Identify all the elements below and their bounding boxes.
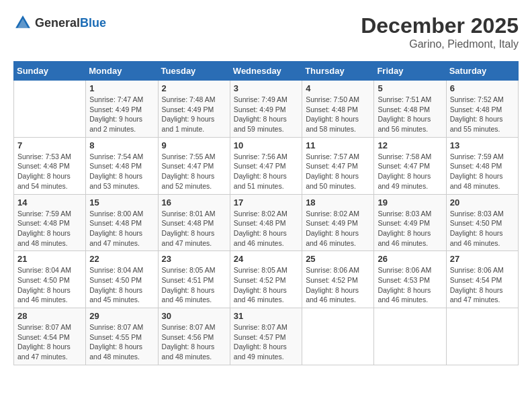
day-number: 7 xyxy=(17,140,82,150)
day-info: Sunrise: 7:57 AMSunset: 4:47 PMDaylight:… xyxy=(306,152,370,191)
day-info: Sunrise: 8:07 AMSunset: 4:57 PMDaylight:… xyxy=(234,322,298,362)
table-cell: 25Sunrise: 8:06 AMSunset: 4:52 PMDayligh… xyxy=(302,251,374,308)
day-number: 14 xyxy=(17,197,82,208)
day-number: 27 xyxy=(450,254,515,264)
table-cell xyxy=(302,308,374,365)
day-info: Sunrise: 7:59 AMSunset: 4:48 PMDaylight:… xyxy=(450,152,515,191)
table-cell: 15Sunrise: 8:00 AMSunset: 4:48 PMDayligh… xyxy=(86,194,158,251)
header-day-saturday: Saturday xyxy=(446,62,518,81)
month-title: December 2025 xyxy=(361,13,519,38)
day-number: 30 xyxy=(162,311,226,321)
calendar-header-row: SundayMondayTuesdayWednesdayThursdayFrid… xyxy=(14,62,519,81)
table-cell: 11Sunrise: 7:57 AMSunset: 4:47 PMDayligh… xyxy=(302,137,374,194)
table-cell: 13Sunrise: 7:59 AMSunset: 4:48 PMDayligh… xyxy=(446,137,518,194)
day-info: Sunrise: 7:48 AMSunset: 4:49 PMDaylight:… xyxy=(162,95,226,134)
day-info: Sunrise: 8:02 AMSunset: 4:49 PMDaylight:… xyxy=(306,209,370,248)
day-info: Sunrise: 7:52 AMSunset: 4:48 PMDaylight:… xyxy=(450,95,515,134)
logo-icon xyxy=(13,13,32,32)
title-block: December 2025 Garino, Piedmont, Italy xyxy=(361,13,519,50)
day-number: 10 xyxy=(234,140,298,150)
day-info: Sunrise: 7:53 AMSunset: 4:48 PMDaylight:… xyxy=(17,152,82,191)
table-cell: 29Sunrise: 8:07 AMSunset: 4:55 PMDayligh… xyxy=(86,308,158,365)
day-number: 6 xyxy=(450,83,515,93)
table-cell: 22Sunrise: 8:04 AMSunset: 4:50 PMDayligh… xyxy=(86,251,158,308)
day-info: Sunrise: 8:00 AMSunset: 4:48 PMDaylight:… xyxy=(89,209,154,248)
day-info: Sunrise: 7:59 AMSunset: 4:48 PMDaylight:… xyxy=(17,209,82,248)
day-number: 12 xyxy=(378,140,442,150)
day-info: Sunrise: 8:06 AMSunset: 4:53 PMDaylight:… xyxy=(378,265,442,305)
day-number: 28 xyxy=(17,311,82,321)
day-info: Sunrise: 7:55 AMSunset: 4:47 PMDaylight:… xyxy=(162,152,226,191)
day-number: 5 xyxy=(378,83,442,93)
table-cell: 31Sunrise: 8:07 AMSunset: 4:57 PMDayligh… xyxy=(230,308,302,365)
location: Garino, Piedmont, Italy xyxy=(361,38,519,50)
day-info: Sunrise: 7:50 AMSunset: 4:48 PMDaylight:… xyxy=(306,95,370,134)
header-day-friday: Friday xyxy=(374,62,446,81)
table-cell: 21Sunrise: 8:04 AMSunset: 4:50 PMDayligh… xyxy=(14,251,86,308)
day-number: 23 xyxy=(162,254,226,264)
day-number: 9 xyxy=(162,140,226,150)
table-cell: 28Sunrise: 8:07 AMSunset: 4:54 PMDayligh… xyxy=(14,308,86,365)
day-number: 29 xyxy=(89,311,154,321)
day-info: Sunrise: 8:07 AMSunset: 4:54 PMDaylight:… xyxy=(17,322,82,362)
header-day-sunday: Sunday xyxy=(14,62,86,81)
day-info: Sunrise: 7:51 AMSunset: 4:48 PMDaylight:… xyxy=(378,95,442,134)
table-cell: 14Sunrise: 7:59 AMSunset: 4:48 PMDayligh… xyxy=(14,194,86,251)
page-header: GeneralBlue December 2025 Garino, Piedmo… xyxy=(13,13,519,50)
day-number: 4 xyxy=(306,83,370,93)
week-row-1: 1Sunrise: 7:47 AMSunset: 4:49 PMDaylight… xyxy=(14,81,519,138)
day-number: 13 xyxy=(450,140,515,150)
table-cell: 19Sunrise: 8:03 AMSunset: 4:49 PMDayligh… xyxy=(374,194,446,251)
header-day-thursday: Thursday xyxy=(302,62,374,81)
table-cell: 27Sunrise: 8:06 AMSunset: 4:54 PMDayligh… xyxy=(446,251,518,308)
header-day-tuesday: Tuesday xyxy=(158,62,230,81)
day-info: Sunrise: 8:02 AMSunset: 4:48 PMDaylight:… xyxy=(234,209,298,248)
table-cell: 23Sunrise: 8:05 AMSunset: 4:51 PMDayligh… xyxy=(158,251,230,308)
table-cell: 17Sunrise: 8:02 AMSunset: 4:48 PMDayligh… xyxy=(230,194,302,251)
logo: GeneralBlue xyxy=(13,13,106,32)
table-cell: 2Sunrise: 7:48 AMSunset: 4:49 PMDaylight… xyxy=(158,81,230,138)
day-number: 2 xyxy=(162,83,226,93)
week-row-3: 14Sunrise: 7:59 AMSunset: 4:48 PMDayligh… xyxy=(14,194,519,251)
day-number: 16 xyxy=(162,197,226,208)
day-number: 26 xyxy=(378,254,442,264)
table-cell xyxy=(374,308,446,365)
header-day-monday: Monday xyxy=(86,62,158,81)
table-cell xyxy=(446,308,518,365)
table-cell xyxy=(14,81,86,138)
table-cell: 3Sunrise: 7:49 AMSunset: 4:49 PMDaylight… xyxy=(230,81,302,138)
table-cell: 16Sunrise: 8:01 AMSunset: 4:48 PMDayligh… xyxy=(158,194,230,251)
day-info: Sunrise: 8:01 AMSunset: 4:48 PMDaylight:… xyxy=(162,209,226,248)
table-cell: 5Sunrise: 7:51 AMSunset: 4:48 PMDaylight… xyxy=(374,81,446,138)
day-info: Sunrise: 8:05 AMSunset: 4:51 PMDaylight:… xyxy=(162,265,226,305)
day-number: 19 xyxy=(378,197,442,208)
day-info: Sunrise: 8:05 AMSunset: 4:52 PMDaylight:… xyxy=(234,265,298,305)
table-cell: 18Sunrise: 8:02 AMSunset: 4:49 PMDayligh… xyxy=(302,194,374,251)
table-cell: 12Sunrise: 7:58 AMSunset: 4:47 PMDayligh… xyxy=(374,137,446,194)
day-number: 20 xyxy=(450,197,515,208)
day-info: Sunrise: 8:03 AMSunset: 4:49 PMDaylight:… xyxy=(378,209,442,248)
day-info: Sunrise: 7:58 AMSunset: 4:47 PMDaylight:… xyxy=(378,152,442,191)
table-cell: 24Sunrise: 8:05 AMSunset: 4:52 PMDayligh… xyxy=(230,251,302,308)
day-number: 15 xyxy=(89,197,154,208)
week-row-2: 7Sunrise: 7:53 AMSunset: 4:48 PMDaylight… xyxy=(14,137,519,194)
day-info: Sunrise: 7:54 AMSunset: 4:48 PMDaylight:… xyxy=(89,152,154,191)
day-info: Sunrise: 8:03 AMSunset: 4:50 PMDaylight:… xyxy=(450,209,515,248)
logo-text-general: General xyxy=(35,16,80,30)
table-cell: 7Sunrise: 7:53 AMSunset: 4:48 PMDaylight… xyxy=(14,137,86,194)
table-cell: 20Sunrise: 8:03 AMSunset: 4:50 PMDayligh… xyxy=(446,194,518,251)
day-number: 8 xyxy=(89,140,154,150)
table-cell: 9Sunrise: 7:55 AMSunset: 4:47 PMDaylight… xyxy=(158,137,230,194)
day-number: 21 xyxy=(17,254,82,264)
day-number: 1 xyxy=(89,83,154,93)
table-cell: 4Sunrise: 7:50 AMSunset: 4:48 PMDaylight… xyxy=(302,81,374,138)
table-cell: 1Sunrise: 7:47 AMSunset: 4:49 PMDaylight… xyxy=(86,81,158,138)
table-cell: 6Sunrise: 7:52 AMSunset: 4:48 PMDaylight… xyxy=(446,81,518,138)
day-info: Sunrise: 8:04 AMSunset: 4:50 PMDaylight:… xyxy=(89,265,154,305)
day-info: Sunrise: 7:49 AMSunset: 4:49 PMDaylight:… xyxy=(234,95,298,134)
table-cell: 30Sunrise: 8:07 AMSunset: 4:56 PMDayligh… xyxy=(158,308,230,365)
logo-text-blue: Blue xyxy=(80,16,106,30)
calendar-table: SundayMondayTuesdayWednesdayThursdayFrid… xyxy=(13,61,519,365)
table-cell: 26Sunrise: 8:06 AMSunset: 4:53 PMDayligh… xyxy=(374,251,446,308)
day-info: Sunrise: 7:47 AMSunset: 4:49 PMDaylight:… xyxy=(89,95,154,134)
